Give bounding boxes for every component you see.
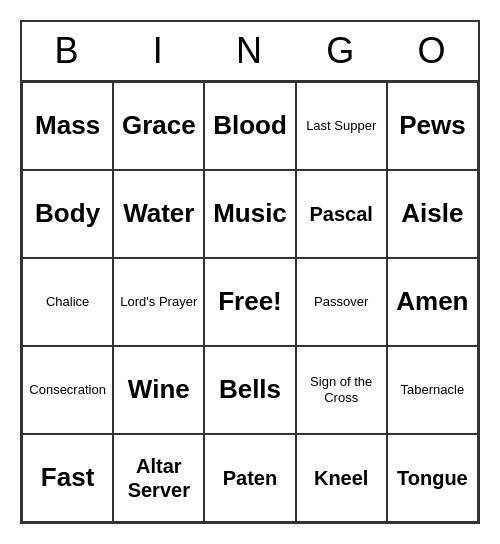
bingo-cell: Tongue: [387, 434, 478, 522]
bingo-cell: Free!: [204, 258, 295, 346]
bingo-cell: Sign of the Cross: [296, 346, 387, 434]
bingo-cell: Water: [113, 170, 204, 258]
bingo-cell: Last Supper: [296, 82, 387, 170]
bingo-grid: MassGraceBloodLast SupperPewsBodyWaterMu…: [22, 82, 478, 522]
bingo-cell: Lord's Prayer: [113, 258, 204, 346]
header-letter: N: [204, 22, 295, 80]
bingo-cell: Wine: [113, 346, 204, 434]
bingo-cell: Pews: [387, 82, 478, 170]
bingo-cell: Blood: [204, 82, 295, 170]
bingo-cell: Amen: [387, 258, 478, 346]
header-letter: G: [296, 22, 387, 80]
bingo-cell: Paten: [204, 434, 295, 522]
bingo-card: BINGO MassGraceBloodLast SupperPewsBodyW…: [20, 20, 480, 524]
header-letter: O: [387, 22, 478, 80]
bingo-cell: Altar Server: [113, 434, 204, 522]
header-letter: I: [113, 22, 204, 80]
bingo-cell: Body: [22, 170, 113, 258]
bingo-cell: Consecration: [22, 346, 113, 434]
bingo-cell: Aisle: [387, 170, 478, 258]
bingo-cell: Grace: [113, 82, 204, 170]
bingo-cell: Chalice: [22, 258, 113, 346]
bingo-cell: Mass: [22, 82, 113, 170]
bingo-header: BINGO: [22, 22, 478, 82]
bingo-cell: Passover: [296, 258, 387, 346]
bingo-cell: Kneel: [296, 434, 387, 522]
bingo-cell: Music: [204, 170, 295, 258]
bingo-cell: Fast: [22, 434, 113, 522]
bingo-cell: Pascal: [296, 170, 387, 258]
bingo-cell: Tabernacle: [387, 346, 478, 434]
header-letter: B: [22, 22, 113, 80]
bingo-cell: Bells: [204, 346, 295, 434]
